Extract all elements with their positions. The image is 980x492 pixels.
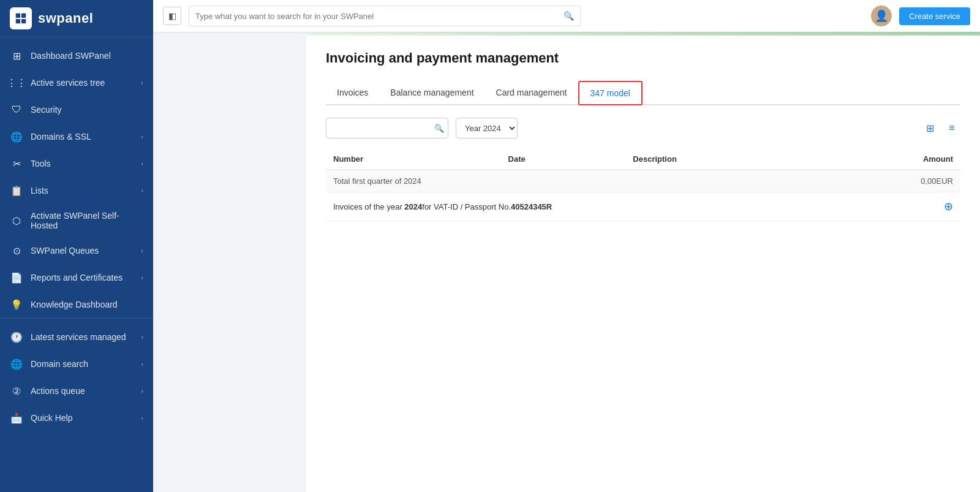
table-row: Total first quarter of 2024 0,00EUR <box>326 170 960 192</box>
sidebar-item-domain-search[interactable]: 🌐 Domain search › <box>0 350 153 377</box>
sidebar-icon-latest-services: 🕐 <box>10 330 23 344</box>
sidebar-label-security: Security <box>31 105 143 115</box>
sidebar-label-dashboard: Dashboard SWPanel <box>31 51 143 61</box>
sidebar-item-knowledge-dashboard[interactable]: 💡 Knowledge Dashboard <box>0 291 153 318</box>
chevron-icon: › <box>141 187 143 194</box>
logo-icon <box>10 7 32 29</box>
list-view-button[interactable]: ≡ <box>943 119 960 137</box>
sidebar-label-domain-search: Domain search <box>31 359 141 369</box>
chevron-icon: › <box>141 333 143 341</box>
sidebar-item-actions-queue[interactable]: ② Actions queue › <box>0 377 153 404</box>
svg-rect-0 <box>16 13 20 18</box>
search-bar: 🔍 <box>189 6 581 26</box>
topbar: ◧ 🔍 👤 Create service <box>153 0 980 32</box>
sidebar-item-active-services-tree[interactable]: ⋮⋮ Active services tree › <box>0 69 153 96</box>
col-header-number: Number <box>326 148 501 170</box>
chevron-icon: › <box>141 247 143 254</box>
sidebar-icon-actions-queue: ② <box>10 384 23 398</box>
sidebar-logo: swpanel <box>0 0 153 37</box>
sidebar-label-quick-help: Quick Help <box>31 413 141 423</box>
col-header-description: Description <box>625 148 854 170</box>
sidebar-icon-knowledge-dashboard: 💡 <box>10 298 23 311</box>
group-label: Total first quarter of 2024 <box>326 170 854 192</box>
sidebar-item-dashboard[interactable]: ⊞ Dashboard SWPanel <box>0 42 153 69</box>
invoices-table: NumberDateDescriptionAmount Total first … <box>326 148 960 221</box>
chevron-icon: › <box>141 79 143 86</box>
toolbar-left: 🔍 Year 2024Year 2023Year 2022Year 2021 <box>326 118 518 138</box>
chevron-icon: › <box>141 360 143 368</box>
toolbar-right: ⊞ ≡ <box>921 119 960 137</box>
sidebar: swpanel ⊞ Dashboard SWPanel ⋮⋮ Active se… <box>0 0 153 492</box>
col-header-date: Date <box>501 148 626 170</box>
sidebar-item-domains-ssl[interactable]: 🌐 Domains & SSL › <box>0 123 153 150</box>
expand-icon[interactable]: ⊕ <box>944 200 953 213</box>
tab-347-model[interactable]: 347 model <box>578 81 643 105</box>
tab-card-management[interactable]: Card management <box>485 81 578 105</box>
sidebar-icon-tools: ✂ <box>10 157 23 170</box>
table-body: Total first quarter of 2024 0,00EUR Invo… <box>326 170 960 221</box>
sidebar-item-security[interactable]: 🛡 Security <box>0 96 153 123</box>
table-row: Invoices of the year 2024for VAT-ID / Pa… <box>326 192 960 221</box>
search-icon: 🔍 <box>564 11 574 21</box>
svg-rect-2 <box>16 19 20 23</box>
sidebar-item-activate-swpanel[interactable]: ⬡ Activate SWPanel Self-Hosted <box>0 204 153 237</box>
sidebar-icon-quick-help: 📩 <box>10 411 23 425</box>
logo-text: swpanel <box>38 10 93 26</box>
sidebar-icon-lists: 📋 <box>10 184 23 197</box>
sidebar-item-quick-help[interactable]: 📩 Quick Help › <box>0 404 153 431</box>
topbar-right: 👤 Create service <box>871 6 970 26</box>
page-content: Invoicing and payment management Invoice… <box>306 36 980 236</box>
sidebar-item-reports-certificates[interactable]: 📄 Reports and Certificates › <box>0 264 153 291</box>
create-service-button[interactable]: Create service <box>899 7 970 25</box>
table-header: NumberDateDescriptionAmount <box>326 148 960 170</box>
sidebar-item-swpanel-queues[interactable]: ⊙ SWPanel Queues › <box>0 237 153 264</box>
avatar: 👤 <box>871 6 892 26</box>
toolbar-row: 🔍 Year 2024Year 2023Year 2022Year 2021 ⊞… <box>326 118 960 138</box>
chevron-icon: › <box>141 387 143 395</box>
grid-view-button[interactable]: ⊞ <box>921 119 938 137</box>
sidebar-icon-active-services-tree: ⋮⋮ <box>10 76 23 89</box>
sidebar-item-lists[interactable]: 📋 Lists › <box>0 177 153 204</box>
collapse-button[interactable]: ◧ <box>163 7 181 25</box>
sidebar-icon-domains-ssl: 🌐 <box>10 130 23 143</box>
group-amount: 0,00EUR <box>854 170 960 192</box>
col-header-amount: Amount <box>854 148 960 170</box>
sidebar-label-activate-swpanel: Activate SWPanel Self-Hosted <box>31 211 143 230</box>
invoice-row-label: Invoices of the year 2024for VAT-ID / Pa… <box>326 192 854 221</box>
sidebar-icon-dashboard: ⊞ <box>10 49 23 62</box>
sidebar-item-tools[interactable]: ✂ Tools › <box>0 150 153 177</box>
sidebar-nav: ⊞ Dashboard SWPanel ⋮⋮ Active services t… <box>0 37 153 492</box>
sidebar-icon-swpanel-queues: ⊙ <box>10 244 23 257</box>
sidebar-label-active-services-tree: Active services tree <box>31 78 141 88</box>
sidebar-bottom: 🕐 Latest services managed › 🌐 Domain sea… <box>0 318 153 436</box>
tab-invoices[interactable]: Invoices <box>326 81 379 105</box>
sidebar-label-knowledge-dashboard: Knowledge Dashboard <box>31 300 143 309</box>
invoice-row-expand[interactable]: ⊕ <box>854 192 960 221</box>
sidebar-icon-reports-certificates: 📄 <box>10 271 23 284</box>
filter-search-icon: 🔍 <box>434 124 444 133</box>
chevron-icon: › <box>141 160 143 167</box>
chevron-icon: › <box>141 133 143 140</box>
filter-search-input[interactable] <box>331 124 434 133</box>
sidebar-label-lists: Lists <box>31 186 141 195</box>
sidebar-label-actions-queue: Actions queue <box>31 386 141 396</box>
main-content: Invoicing and payment management Invoice… <box>306 32 980 492</box>
sidebar-icon-security: 🛡 <box>10 103 23 116</box>
sidebar-label-reports-certificates: Reports and Certificates <box>31 273 141 282</box>
sidebar-icon-activate-swpanel: ⬡ <box>10 214 23 227</box>
sidebar-label-swpanel-queues: SWPanel Queues <box>31 246 141 255</box>
tabs-bar: InvoicesBalance managementCard managemen… <box>326 81 960 105</box>
tab-balance-management[interactable]: Balance management <box>379 81 484 105</box>
svg-rect-3 <box>21 19 26 23</box>
sidebar-icon-domain-search: 🌐 <box>10 357 23 371</box>
sidebar-label-tools: Tools <box>31 159 141 168</box>
filter-search-box: 🔍 <box>326 118 448 138</box>
sidebar-label-domains-ssl: Domains & SSL <box>31 132 141 142</box>
svg-rect-1 <box>21 13 26 18</box>
sidebar-item-latest-services[interactable]: 🕐 Latest services managed › <box>0 324 153 350</box>
collapse-icon: ◧ <box>168 11 176 21</box>
chevron-icon: › <box>141 274 143 281</box>
year-select[interactable]: Year 2024Year 2023Year 2022Year 2021 <box>456 118 518 138</box>
sidebar-label-latest-services: Latest services managed <box>31 332 141 342</box>
search-input[interactable] <box>195 12 564 21</box>
